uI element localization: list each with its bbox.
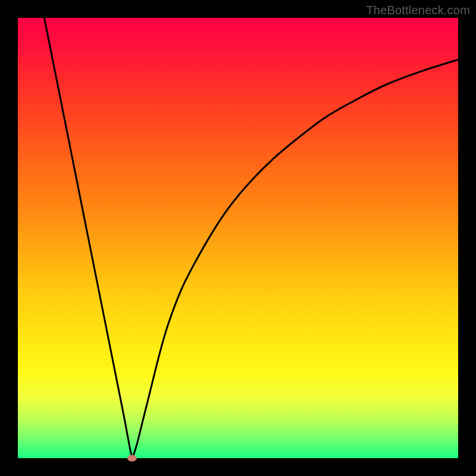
bottleneck-curve bbox=[18, 18, 458, 458]
watermark-text: TheBottleneck.com bbox=[366, 4, 470, 17]
curve-path bbox=[44, 18, 458, 459]
plot-area bbox=[18, 18, 458, 458]
chart-frame: TheBottleneck.com bbox=[0, 0, 476, 476]
minimum-marker bbox=[127, 455, 137, 462]
